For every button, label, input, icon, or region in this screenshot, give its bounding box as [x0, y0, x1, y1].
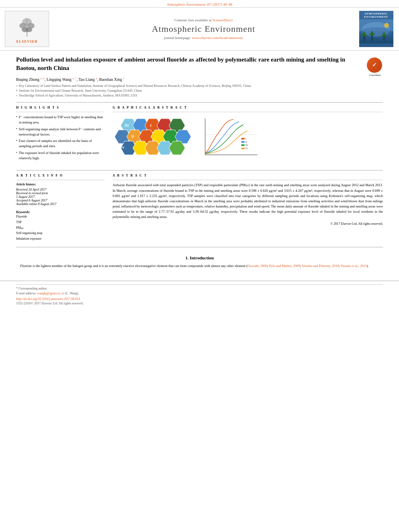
abstract-text: Airborne fluoride associated with total …: [113, 183, 383, 220]
svg-rect-47: [241, 148, 245, 149]
header-area: ELSEVIER Contents lists available at Sci…: [0, 7, 399, 51]
svg-text:II: II: [245, 141, 247, 143]
divider-2: [16, 170, 383, 170]
ref-pyle[interactable]: Pyle and Mather, 2009: [269, 264, 300, 268]
svg-text:I: I: [150, 123, 152, 127]
main-content: Pollution level and inhalation exposure …: [0, 51, 399, 273]
atm-env-logo: ATMOSPHERIC ENVIRONMENT: [359, 11, 393, 47]
abstract-divider: [113, 180, 383, 180]
keyword-4: Self-organizing map: [16, 230, 105, 236]
introduction-section: 1. Introduction Fluorine is the lightest…: [16, 253, 383, 269]
svg-text:III: III: [125, 123, 129, 127]
journal-logo-area: ATMOSPHERIC ENVIRONMENT: [358, 11, 394, 47]
header-center: Contents lists available at ScienceDirec…: [53, 11, 354, 47]
divider-3: [16, 247, 383, 247]
elsevier-logo-area: ELSEVIER: [5, 11, 49, 47]
science-direct-label: Contents lists available at ScienceDirec…: [175, 18, 233, 22]
graphical-abstract-column: G R A P H I C A L A B S T R A C T: [113, 106, 383, 167]
ref-yasmin[interactable]: Yasmin et al., 2011: [341, 264, 367, 268]
history-label: Article history:: [16, 183, 105, 186]
hex-map-icon: III I II IV: [113, 115, 193, 167]
affiliation-c: c Stockbridge School of Agriculture, Uni…: [16, 93, 383, 98]
journal-top-bar: Atmospheric Environment 167 (2017) 40–48: [0, 0, 399, 7]
ref-ozsvath[interactable]: Ozsvath, 2009: [247, 264, 267, 268]
crossmark-label: CrossMark: [367, 74, 383, 77]
corresponding-note: * Corresponding author.: [16, 287, 383, 290]
article-info-heading: A R T I C L E I N F O: [16, 174, 105, 177]
abstract-heading: A B S T R A C T: [113, 174, 383, 177]
atm-env-logo-image-icon: [359, 19, 393, 43]
article-title: Pollution level and inhalation exposure …: [16, 55, 363, 72]
article-info-divider: [16, 180, 105, 180]
abstract-column: A B S T R A C T Airborne fluoride associ…: [113, 174, 383, 241]
svg-rect-45: [241, 144, 245, 146]
svg-point-10: [360, 27, 392, 37]
ref-jelenko[interactable]: Jelenko and Pokorny, 2010: [302, 264, 339, 268]
author-1: Buqing Zhong a, b: [16, 77, 45, 82]
homepage-url[interactable]: www.elsevier.com/locate/atmosenv: [192, 36, 243, 40]
revised-date: Received in revised form1 August 2017: [16, 191, 105, 199]
article-info-column: A R T I C L E I N F O Article history: R…: [16, 174, 105, 241]
doi-link: http://dx.doi.org/10.1016/j.atmosenv.201…: [16, 297, 383, 301]
svg-rect-11: [363, 36, 365, 41]
author-4: Baoshan Xing c: [99, 77, 124, 82]
svg-text:I: I: [245, 138, 246, 140]
article-title-area: Pollution level and inhalation exposure …: [16, 55, 383, 74]
svg-point-17: [384, 23, 389, 28]
affiliation-a: a Key Laboratory of Land Surface Pattern…: [16, 84, 383, 88]
keywords-list: Fluoride TSP PM₁₀ Self-organizing map In…: [16, 214, 105, 241]
svg-text:IV: IV: [245, 147, 248, 150]
keyword-5: Inhalation exposure: [16, 236, 105, 242]
highlights-divider: [16, 112, 105, 112]
svg-rect-13: [371, 35, 373, 41]
highlight-2: • Self-organizing maps analyze link betw…: [16, 127, 105, 137]
copyright: © 2017 Elsevier Ltd. All rights reserved…: [113, 222, 383, 226]
authors-line: Buqing Zhong a, b, Lingqing Wang a, *, T…: [16, 77, 383, 82]
footer: * Corresponding author. E-mail address: …: [0, 281, 399, 308]
svg-rect-41: [241, 138, 245, 140]
crossmark-icon: ✓: [367, 58, 382, 73]
highlight-1: • F⁻ concentrations bound to TSP were hi…: [16, 115, 105, 125]
highlights-abstract-cols: H I G H L I G H T S • F⁻ concentrations …: [16, 106, 383, 167]
svg-text:III: III: [245, 144, 248, 146]
issn-line: 1352-2310/© 2017 Elsevier Ltd. All right…: [16, 302, 383, 305]
journal-name: Atmospheric Environment: [152, 24, 255, 34]
journal-reference: Atmospheric Environment 167 (2017) 40–48: [167, 2, 232, 6]
atm-env-logo-text: ATMOSPHERIC ENVIRONMENT: [359, 11, 393, 18]
highlights-column: H I G H L I G H T S • F⁻ concentrations …: [16, 106, 105, 167]
homepage-label: journal homepage: www.elsevier.com/locat…: [164, 36, 243, 40]
svg-text:IV: IV: [121, 146, 125, 150]
svg-point-6: [26, 27, 32, 32]
keyword-2: TSP: [16, 220, 105, 225]
elsevier-logo: ELSEVIER: [15, 14, 39, 43]
svg-text:II: II: [131, 134, 134, 138]
intro-heading: 1. Introduction: [16, 255, 383, 260]
crossmark-badge: ✓ CrossMark: [367, 58, 383, 74]
author-2: Lingqing Wang a, *: [47, 77, 77, 82]
available-date: Available online 8 August 2017: [16, 202, 105, 206]
received-date: Received 24 April 2017: [16, 188, 105, 191]
affiliation-b: b Institute for Environmental and Climat…: [16, 88, 383, 93]
email-line: E-mail address: wanglq@igsnrr.ac.cn (L. …: [16, 292, 383, 295]
intro-text: Fluorine is the lightest member of the h…: [16, 263, 383, 269]
svg-rect-43: [241, 141, 245, 143]
svg-rect-15: [383, 37, 385, 41]
page: Atmospheric Environment 167 (2017) 40–48…: [0, 0, 399, 532]
footer-divider: [16, 284, 383, 285]
keyword-3: PM₁₀: [16, 225, 105, 231]
graphical-abstract-divider: [113, 112, 383, 112]
graphical-abstract-area: III I II IV: [113, 115, 383, 167]
accepted-date: Accepted 6 August 2017: [16, 199, 105, 202]
author-3: Tao Liang a: [78, 77, 97, 82]
elsevier-name: ELSEVIER: [16, 39, 38, 43]
science-direct-link[interactable]: ScienceDirect: [212, 18, 232, 22]
highlights-heading: H I G H L I G H T S: [16, 106, 105, 109]
affiliations: a Key Laboratory of Land Surface Pattern…: [16, 84, 383, 98]
highlight-4: • The exposure level of fluoride inhaled…: [16, 150, 105, 161]
atm-env-logo-img: [359, 19, 393, 43]
email-link[interactable]: wanglq@igsnrr.ac.cn: [37, 292, 64, 295]
keywords-label: Keywords:: [16, 210, 105, 214]
chart-icon: I II III IV: [197, 115, 261, 163]
highlight-3: • Four clusters of samples are identifie…: [16, 138, 105, 149]
doi-anchor[interactable]: http://dx.doi.org/10.1016/j.atmosenv.201…: [16, 297, 80, 301]
